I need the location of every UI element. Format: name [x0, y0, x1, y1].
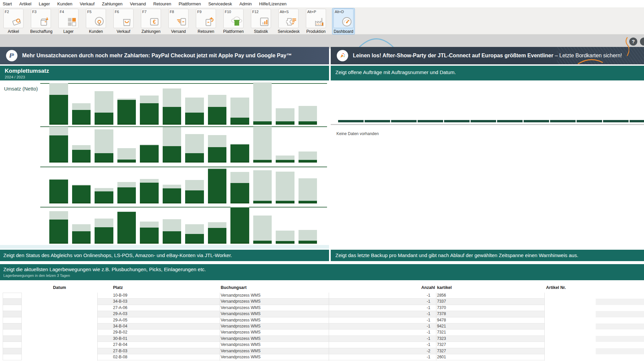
- chart-bar-2-5: [140, 127, 159, 163]
- menu-item-lager[interactable]: Lager: [39, 1, 50, 6]
- table-row-10[interactable]: 27-B-03Versandprozess WMS-27327: [97, 348, 544, 354]
- sales-widget-subtitle: 2024 / 2023: [5, 75, 329, 79]
- menu-item-zahlungen[interactable]: Zahlungen: [102, 1, 122, 6]
- chart-bar-1-1: [49, 84, 68, 125]
- toolbar-button-box: Alt+D: [333, 9, 354, 28]
- stub-cell: [3, 317, 22, 323]
- cell-platz: 27-A-06: [113, 305, 127, 310]
- cell-anzahl: -1: [329, 336, 430, 341]
- toolbar-button-box: Alt+S: [278, 9, 299, 28]
- cell-buchungsart: Versandprozess WMS: [221, 330, 261, 335]
- toolbar-button-lager[interactable]: F4Lager: [57, 8, 80, 35]
- toolbar-button-plattformen[interactable]: F10Plattformen: [222, 8, 245, 35]
- paypal-promo-banner[interactable]: PP Mehr Umsatzchancen durch noch mehr Za…: [0, 47, 329, 64]
- menu-item-plattformen[interactable]: Plattformen: [178, 1, 201, 6]
- col-header-kartikel[interactable]: kartikel: [437, 285, 452, 290]
- party-popper-icon: [337, 50, 348, 61]
- shopping-bag-icon: [121, 16, 132, 27]
- table-gridline: [220, 293, 220, 361]
- menu-item-admin[interactable]: Admin: [239, 1, 252, 6]
- decorative-orange-arc: [577, 56, 604, 65]
- chart-bar-3-4: [117, 167, 136, 203]
- chart-row-1: [49, 83, 317, 125]
- menu-item-start[interactable]: Start: [3, 1, 12, 6]
- cell-buchungsart: Versandprozess WMS: [221, 349, 261, 353]
- menu-item-versand[interactable]: Versand: [130, 1, 146, 6]
- toolbar-button-box: F6: [113, 9, 133, 28]
- toolbar-button-label: Zahlungen: [140, 29, 162, 34]
- menu-item-verkauf[interactable]: Verkauf: [80, 1, 95, 6]
- table-row-4[interactable]: 29-A-03Versandprozess WMS-17378: [97, 311, 544, 317]
- toolbar-button-box: F2: [3, 9, 23, 28]
- table-row-11[interactable]: 02-B-08Versandprozess WMS-12601: [97, 354, 544, 360]
- chart-bar-3-3: [95, 167, 113, 203]
- sales-widget-header: Komplettumsatz 2024 / 2023: [0, 66, 329, 80]
- worker-sync-statusbar: Zeigt den Status des Abgleichs von Onlin…: [0, 250, 329, 261]
- chart-bar-4-8: [208, 207, 227, 244]
- toolbar-button-retouren[interactable]: F9Retouren: [195, 8, 217, 35]
- toolbar-button-box: F8: [168, 9, 189, 28]
- help-icon[interactable]: ?: [629, 38, 637, 46]
- menu-item-kunden[interactable]: Kunden: [57, 1, 72, 6]
- chart-bar-1-10: [253, 84, 272, 125]
- chart-bar-1-6: [163, 84, 181, 125]
- col-header-artikel-nr[interactable]: Artikel Nr.: [546, 285, 566, 290]
- chart-bar-1-3: [95, 84, 113, 125]
- toolbar-button-dashboard[interactable]: Alt+DDashboard: [332, 8, 355, 35]
- open-orders-panel: Keine Daten vorhanden: [331, 80, 644, 250]
- person-icon: [94, 16, 105, 27]
- col-header-datum[interactable]: Datum: [22, 285, 97, 290]
- toolbar-button-statistik[interactable]: F12Statistik: [250, 8, 272, 35]
- menu-item-servicedesk[interactable]: Servicedesk: [208, 1, 232, 6]
- sales-chart-panel: Umsatz (Netto): [0, 80, 329, 250]
- table-row-1[interactable]: 10-B-09Versandprozess WMS-12856: [97, 293, 544, 299]
- toolbar-button-kunden[interactable]: F5Kunden: [85, 8, 107, 35]
- toolbar-button-beschaffung[interactable]: F3Beschaffung: [30, 8, 52, 35]
- chart-bar-1-8: [208, 84, 227, 125]
- toolbar-button-label: Artikel: [3, 29, 24, 34]
- menu-item-artikel[interactable]: Artikel: [19, 1, 31, 6]
- chart-bar-3-12: [299, 167, 317, 203]
- toolbar-button-artikel[interactable]: F2Artikel: [2, 8, 25, 35]
- table-row-6[interactable]: 34-B-04Versandprozess WMS-19421: [97, 323, 544, 329]
- chart-bar-3-11: [276, 167, 294, 203]
- menu-item-retouren[interactable]: Retouren: [153, 1, 171, 6]
- table-row-5[interactable]: 29-A-05Versandprozess WMS-19478: [97, 317, 544, 323]
- table-row-9[interactable]: 27-B-04Versandprozess WMS-17327: [97, 342, 544, 348]
- movements-table: Datum Platz Buchungsart Anzahl kartikel …: [0, 280, 644, 362]
- toolbar-button-label: Versand: [168, 29, 189, 34]
- movements-widget-header: Zeigt die aktuellsten Lagerbewegungen wi…: [0, 264, 644, 280]
- secondary-circle-icon[interactable]: [640, 38, 644, 46]
- chart-bar-2-2: [72, 127, 91, 163]
- cell-platz: 27-B-03: [113, 349, 127, 353]
- shortcut-label: F2: [5, 10, 9, 14]
- menu-item-hilfe-lizenzen[interactable]: Hilfe/Lizenzen: [259, 1, 287, 6]
- table-row-8[interactable]: 30-B-01Versandprozess WMS-17323: [97, 336, 544, 342]
- table-row-2[interactable]: 34-B-03Versandprozess WMS-17337: [97, 299, 544, 305]
- orders-widget-title: Zeigt offene Aufträge mit Auftragsnummer…: [335, 69, 644, 75]
- chart-bar-2-9: [230, 127, 249, 163]
- col-header-buchungsart[interactable]: Buchungsart: [221, 285, 247, 290]
- stub-cell: [3, 329, 22, 336]
- cell-anzahl: -1: [329, 355, 430, 359]
- col-header-platz[interactable]: Platz: [113, 285, 123, 290]
- toolbar-button-produktion[interactable]: Alt+PProduktion: [305, 8, 327, 35]
- right-stripe-cell: [596, 299, 644, 305]
- shortcut-label: F8: [170, 10, 174, 14]
- toolbar-button-servicedesk[interactable]: Alt+SServicedesk: [277, 8, 300, 35]
- toolbar-button-zahlungen[interactable]: F7€Zahlungen: [140, 8, 162, 35]
- toolbar-button-verkauf[interactable]: F6Verkauf: [112, 8, 135, 35]
- chart-bar-2-7: [185, 127, 204, 163]
- chart-bar-3-9: [230, 167, 249, 203]
- cell-kartikel: 9478: [437, 318, 446, 322]
- chart-scroll-strip[interactable]: [0, 245, 329, 249]
- col-header-anzahl[interactable]: Anzahl: [335, 285, 435, 290]
- shortcut-label: F12: [252, 10, 259, 14]
- cell-platz: 29-A-03: [113, 311, 127, 316]
- chart-bar-2-12: [299, 127, 317, 163]
- toolbar-button-versand[interactable]: F8Versand: [167, 8, 190, 35]
- table-row-7[interactable]: 29-B-02Versandprozess WMS-17321: [97, 329, 544, 336]
- table-row-3[interactable]: 27-A-06Versandprozess WMS-17370: [97, 305, 544, 311]
- backup-statusbar: Zeigt das letzte Backup pro Mandant und …: [331, 250, 644, 261]
- sales-axis-label: Umsatz (Netto): [4, 86, 38, 92]
